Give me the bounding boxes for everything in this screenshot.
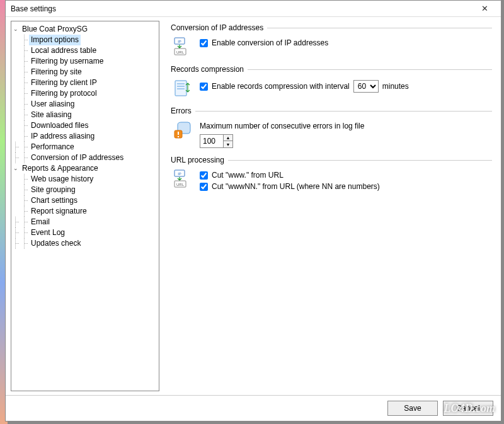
- section-title: Errors: [171, 106, 192, 115]
- tree-connector: [20, 77, 29, 88]
- tree-item-label: IP address aliasing: [29, 131, 96, 142]
- tree-item[interactable]: ⌄Blue Coat ProxySG: [11, 24, 159, 35]
- svg-text:IP: IP: [178, 172, 181, 176]
- tree-item-label: Chart settings: [29, 195, 79, 206]
- section-title: Records compression: [171, 65, 244, 74]
- tree-item-label: Performance: [29, 142, 76, 152]
- tree-item[interactable]: Site grouping: [11, 185, 159, 195]
- checkbox-label: Enable records compression with interval: [212, 82, 350, 91]
- tree-item[interactable]: User aliasing: [11, 99, 159, 110]
- tree-item[interactable]: Report signature: [11, 206, 159, 217]
- spinner-up-icon[interactable]: ▲: [224, 135, 232, 141]
- content-area: ⌄Blue Coat ProxySGImport optionsLocal ad…: [6, 17, 501, 395]
- records-compress-icon: [172, 77, 193, 99]
- max-errors-label: Maximum number of consecutive errors in …: [200, 122, 492, 130]
- tree-item[interactable]: Email: [11, 217, 159, 227]
- max-errors-spinner[interactable]: ▲ ▼: [200, 134, 233, 148]
- save-button[interactable]: Save: [387, 401, 438, 416]
- svg-rect-10: [178, 136, 179, 137]
- tree-item[interactable]: Conversion of IP addresses: [11, 152, 159, 163]
- section-url-processing: URL processing IP URL: [171, 156, 492, 193]
- max-errors-input[interactable]: [200, 135, 223, 147]
- spinner-down-icon[interactable]: ▼: [224, 141, 232, 147]
- tree-item[interactable]: ⌄Reports & Appearance: [11, 163, 159, 174]
- enable-records-compression-checkbox[interactable]: Enable records compression with interval: [200, 82, 350, 91]
- checkbox-input[interactable]: [200, 183, 208, 191]
- svg-text:IP: IP: [178, 40, 181, 43]
- tree-item[interactable]: Downloaded files: [11, 120, 159, 131]
- tree-connector: [20, 185, 29, 195]
- tree-item[interactable]: Import options: [11, 35, 159, 45]
- tree-item[interactable]: Filtering by protocol: [11, 88, 159, 99]
- tree-connector: [20, 56, 29, 67]
- close-button[interactable]: ✕: [473, 3, 496, 15]
- tree-item[interactable]: Filtering by site: [11, 67, 159, 77]
- cut-www-checkbox[interactable]: Cut "www." from URL: [200, 171, 492, 180]
- cut-wwwnn-checkbox[interactable]: Cut "wwwNN." from URL (where NN are numb…: [200, 182, 492, 191]
- compression-interval-select[interactable]: 60: [353, 80, 379, 93]
- section-title: Conversion of IP addresses: [171, 23, 263, 32]
- tree-connector: [20, 99, 29, 110]
- section-records-compression: Records compression: [171, 65, 492, 99]
- tree-connector: [20, 120, 29, 131]
- tree-connector: [20, 88, 29, 99]
- errors-log-icon: [172, 119, 193, 140]
- section-title: URL processing: [171, 156, 224, 164]
- tree-connector: [20, 35, 29, 45]
- tree-item[interactable]: Updates check: [11, 238, 159, 249]
- collapse-icon[interactable]: ⌄: [11, 24, 20, 35]
- tree-connector: [20, 45, 29, 56]
- tree-item[interactable]: Site aliasing: [11, 110, 159, 120]
- tree-item-label: Downloaded files: [29, 120, 90, 131]
- checkbox-label: Enable conversion of IP addresses: [212, 38, 328, 47]
- tree-item-label: Reports & Appearance: [20, 163, 100, 174]
- svg-text:URL: URL: [176, 50, 185, 54]
- tree-item[interactable]: Event Log: [11, 227, 159, 238]
- tree-item-label: Email: [29, 217, 52, 227]
- enable-ip-conversion-checkbox[interactable]: Enable conversion of IP addresses: [200, 38, 492, 47]
- window-title: Base settings: [11, 4, 56, 13]
- tree-connector: [20, 217, 29, 227]
- checkbox-input[interactable]: [200, 39, 208, 47]
- tree-connector: [20, 152, 29, 163]
- tree-item-label: Conversion of IP addresses: [29, 152, 125, 163]
- section-errors: Errors Maximum number of consecutive err: [171, 106, 492, 148]
- tree-item-label: Filtering by username: [29, 56, 105, 67]
- tree-item-label: Blue Coat ProxySG: [20, 24, 89, 35]
- checkbox-input[interactable]: [200, 171, 208, 180]
- tree-item[interactable]: Performance: [11, 142, 159, 152]
- tree-item[interactable]: Local address table: [11, 45, 159, 56]
- divider: [267, 28, 492, 28]
- tree-item[interactable]: Chart settings: [11, 195, 159, 206]
- tree-item[interactable]: IP address aliasing: [11, 131, 159, 142]
- tree-item[interactable]: Filtering by username: [11, 56, 159, 67]
- svg-rect-9: [178, 132, 179, 135]
- collapse-icon[interactable]: ⌄: [11, 163, 20, 174]
- ip-url-icon: IP URL: [172, 36, 193, 57]
- tree-item[interactable]: Web usage history: [11, 174, 159, 185]
- checkbox-input[interactable]: [200, 83, 208, 91]
- tree-item-label: Report signature: [29, 206, 89, 217]
- section-header: URL processing: [171, 156, 492, 164]
- settings-tree-panel[interactable]: ⌄Blue Coat ProxySGImport optionsLocal ad…: [11, 21, 159, 391]
- tree-item-label: Event Log: [29, 227, 67, 238]
- close-icon: ✕: [481, 4, 488, 13]
- tree-connector: [20, 195, 29, 206]
- interval-unit-label: minutes: [382, 82, 409, 91]
- tree-item-label: Updates check: [29, 238, 83, 249]
- tree-item-label: Import options: [29, 35, 81, 45]
- tree-item[interactable]: Filtering by client IP: [11, 77, 159, 88]
- dialog-footer: Save Cancel: [6, 395, 501, 421]
- tree-connector: [20, 142, 29, 152]
- divider: [228, 160, 492, 161]
- checkbox-label: Cut "www." from URL: [212, 171, 284, 180]
- tree-item-label: Filtering by protocol: [29, 88, 99, 99]
- tree-item-label: Web usage history: [29, 174, 95, 185]
- tree-item-label: User aliasing: [29, 99, 76, 110]
- checkbox-label: Cut "wwwNN." from URL (where NN are numb…: [212, 182, 380, 191]
- titlebar: Base settings ✕: [6, 1, 501, 17]
- tree-connector: [20, 110, 29, 120]
- section-header: Records compression: [171, 65, 492, 74]
- divider: [195, 111, 492, 112]
- tree-connector: [20, 67, 29, 77]
